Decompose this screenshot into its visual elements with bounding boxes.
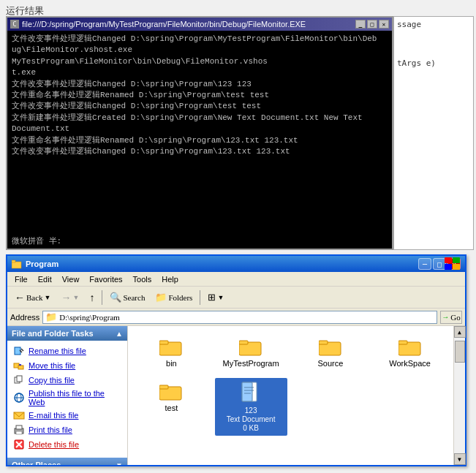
cmd-line: 文件重命名事件处理逻辑Renamed D:\spring\Program\tes… (12, 90, 388, 101)
folders-icon: 📁 (155, 292, 167, 303)
back-dropdown-icon: ▼ (45, 294, 51, 301)
delete-icon (13, 439, 25, 450)
cmd-close-button[interactable]: ✕ (379, 20, 389, 29)
workspace-folder-label: WorkSpace (389, 359, 431, 368)
cmd-line: ug\FileMonitor.vshost.exe MyTestProgram\… (12, 45, 388, 67)
search-icon: 🔍 (110, 292, 121, 303)
folder-bin[interactable]: bin (135, 333, 208, 371)
cmd-line: 文件重命名事件处理逻辑Renamed D:\spring\Program\123… (12, 135, 388, 146)
cmd-line: 文件改变事件处理逻辑Changed D:\spring\Program\123 … (12, 79, 388, 90)
file-tasks-label: File and Folder Tasks (12, 329, 94, 338)
search-label: Search (123, 293, 145, 302)
cmd-line: 文件改变事件处理逻辑Changed D:\spring\Program\MyTe… (12, 34, 388, 45)
other-places-header[interactable]: Other Places ▼ (7, 458, 127, 465)
folder-source[interactable]: Source (295, 333, 367, 371)
back-button[interactable]: ← Back ▼ (10, 289, 56, 306)
search-button[interactable]: 🔍 Search (105, 289, 149, 306)
svg-rect-25 (159, 341, 168, 344)
go-label: Go (450, 313, 460, 322)
delete-file-label: Delete this file (29, 440, 79, 449)
address-label: Address (10, 313, 39, 322)
svg-rect-13 (17, 376, 22, 382)
cmd-minimize-button[interactable]: _ (355, 20, 366, 29)
address-bar: Address 📁 D:\spring\Program → Go (7, 309, 465, 326)
folder-test[interactable]: test (135, 378, 208, 436)
forward-dropdown-icon: ▼ (73, 294, 80, 301)
right-panel-label2: tArgs e) (397, 58, 470, 68)
toolbar-separator2 (200, 290, 200, 305)
scrollbar-thumb[interactable] (455, 341, 465, 363)
copy-file-item[interactable]: Copy this file (7, 373, 127, 387)
menu-edit[interactable]: Edit (34, 273, 56, 285)
move-file-label: Move this file (29, 361, 75, 370)
email-icon (13, 409, 25, 421)
bin-folder-icon (159, 336, 183, 357)
svg-rect-0 (12, 262, 21, 268)
delete-file-item[interactable]: Delete this file (7, 437, 127, 452)
publish-file-item[interactable]: Publish this file to the Web (7, 387, 127, 408)
explorer-title-text: Program (26, 260, 58, 268)
explorer-minimize-button[interactable]: ─ (418, 258, 431, 270)
email-file-item[interactable]: E-mail this file (7, 408, 127, 423)
folders-button[interactable]: 📁 Folders (151, 289, 197, 306)
go-button[interactable]: → Go (440, 311, 462, 324)
rename-file-item[interactable]: Rename this file (7, 344, 127, 358)
mytestprogram-folder-icon (239, 336, 262, 357)
svg-rect-4 (445, 264, 452, 270)
copy-icon (13, 374, 25, 386)
menu-favorites[interactable]: Favorites (85, 273, 126, 285)
menu-tools[interactable]: Tools (129, 273, 156, 285)
menu-help[interactable]: Help (157, 273, 183, 285)
menu-file[interactable]: File (10, 273, 32, 285)
main-content: bin MyTestProgram Source (128, 326, 453, 465)
right-scrollbar: ▲ ▼ (453, 326, 465, 465)
svg-rect-35 (242, 382, 252, 401)
scrollbar-up-button[interactable]: ▲ (454, 326, 466, 338)
file-123-textdoc[interactable]: 123Text Document0 KB (215, 378, 287, 436)
other-places-label: Other Places (12, 461, 61, 465)
workspace-folder-icon (398, 336, 422, 357)
cmd-restore-button[interactable]: □ (367, 20, 377, 29)
explorer-window: Program ─ □ ✕ File Edit View Favorites T… (6, 254, 466, 466)
svg-rect-31 (398, 341, 407, 344)
cmd-line: 文件改变事件处理逻辑Changed D:\spring\Program\123.… (12, 146, 388, 157)
file-tasks-items: Rename this file Move this file Cop (7, 341, 127, 455)
forward-icon: → (61, 292, 72, 303)
file-tasks-header[interactable]: File and Folder Tasks ▲ (7, 326, 127, 341)
svg-rect-10 (18, 366, 23, 369)
toolbar: ← Back ▼ → ▼ ↑ 🔍 Search 📁 Folders ⊞ ▼ (7, 287, 465, 309)
cmd-line: t.exe (12, 67, 388, 78)
publish-file-label: Publish this file to the Web (29, 389, 121, 406)
address-value: D:\spring\Program (59, 313, 120, 322)
web-icon (13, 392, 25, 404)
move-icon (13, 360, 25, 371)
address-input[interactable]: 📁 D:\spring\Program (42, 311, 437, 324)
forward-button[interactable]: → ▼ (57, 289, 84, 306)
svg-rect-3 (453, 257, 460, 263)
cmd-content: 文件改变事件处理逻辑Changed D:\spring\Program\MyTe… (7, 31, 392, 232)
svg-rect-1 (12, 260, 15, 262)
folder-workspace[interactable]: WorkSpace (374, 333, 446, 371)
folders-label: Folders (168, 293, 192, 302)
textdoc-file-icon (239, 381, 262, 404)
folder-mytestprogram[interactable]: MyTestProgram (215, 333, 287, 371)
svg-line-7 (21, 349, 23, 351)
up-button[interactable]: ↑ (85, 289, 99, 306)
move-file-item[interactable]: Move this file (7, 358, 127, 373)
svg-rect-19 (16, 425, 22, 429)
scrollbar-down-button[interactable]: ▼ (454, 453, 466, 465)
svg-rect-33 (159, 385, 168, 389)
cmd-footer: 微软拼音 半: (7, 232, 392, 249)
print-icon (13, 424, 25, 436)
svg-rect-29 (319, 341, 328, 344)
explorer-titlebar: Program ─ □ ✕ (7, 256, 465, 272)
print-file-item[interactable]: Print this file (7, 423, 127, 437)
menu-view[interactable]: View (58, 273, 84, 285)
views-button[interactable]: ⊞ ▼ (203, 289, 228, 306)
mytestprogram-folder-label: MyTestProgram (223, 359, 279, 368)
explorer-body: File and Folder Tasks ▲ Rename this file (7, 326, 465, 465)
back-icon: ← (15, 292, 25, 303)
test-folder-label: test (165, 404, 178, 412)
back-label: Back (26, 293, 43, 302)
textdoc-file-label: 123Text Document0 KB (227, 406, 276, 433)
